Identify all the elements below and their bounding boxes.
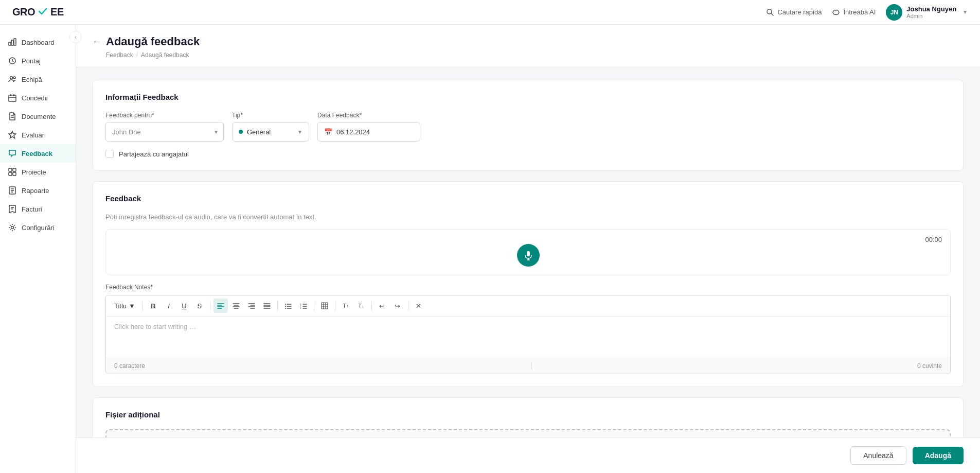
sidebar-item-rapoarte[interactable]: Rapoarte <box>0 181 76 200</box>
field-feedback-pentru: Feedback pentru* John Doe ▼ <box>105 112 224 142</box>
svg-rect-7 <box>9 95 16 101</box>
toolbar-italic-button[interactable]: I <box>162 299 176 313</box>
editor-toolbar: Titlu ▼ B I U S <box>106 295 950 317</box>
toolbar-redo-button[interactable]: ↪ <box>390 299 405 313</box>
toolbar-format-up-button[interactable]: T↑ <box>338 299 353 313</box>
svg-rect-2 <box>11 40 13 45</box>
page-title-row: ← Adaugă feedback <box>93 35 964 48</box>
toolbar-align-center-button[interactable] <box>229 299 243 313</box>
chart-icon <box>8 38 16 46</box>
feedback-pentru-select[interactable]: John Doe <box>105 122 224 142</box>
sidebar: ‹ Dashboard Pontaj <box>0 25 76 473</box>
cancel-button[interactable]: Anulează <box>850 446 906 465</box>
sidebar-item-label: Proiecte <box>22 168 46 176</box>
sidebar-item-label: Feedback <box>22 150 52 157</box>
ai-button[interactable]: Întreabă AI <box>832 8 876 16</box>
sidebar-item-echipa[interactable]: Echipă <box>0 70 76 89</box>
svg-point-19 <box>285 306 286 307</box>
toolbar-bold-button[interactable]: B <box>146 299 161 313</box>
field-data: Dată Feedback* 📅 06.12.2024 <box>317 112 420 142</box>
sidebar-item-label: Echipă <box>22 76 42 83</box>
submit-button[interactable]: Adaugă <box>913 447 964 464</box>
report-icon <box>8 186 16 195</box>
toolbar-format-down-button[interactable]: T↓ <box>354 299 368 313</box>
editor-footer: 0 caractere 0 cuvinte <box>106 358 950 374</box>
sidebar-item-label: Documente <box>22 113 56 120</box>
search-button[interactable]: Căutare rapidă <box>766 8 822 16</box>
toolbar-ordered-list-button[interactable]: 1.2.3. <box>296 299 311 313</box>
sidebar-item-label: Evaluări <box>22 131 46 139</box>
mic-button[interactable] <box>517 244 540 267</box>
page-header: ← Adaugă feedback Feedback / Adaugă feed… <box>76 25 980 67</box>
calendar-small-icon: 📅 <box>324 128 332 136</box>
date-value: 06.12.2024 <box>336 128 370 136</box>
audio-timer: 00:00 <box>925 236 942 243</box>
content-body: Informații Feedback Feedback pentru* Joh… <box>76 67 980 473</box>
toolbar-justify-button[interactable] <box>260 299 274 313</box>
editor-footer-divider <box>531 362 531 370</box>
toolbar-strikethrough-button[interactable]: S <box>192 299 207 313</box>
toolbar-sep-3 <box>277 301 278 310</box>
char-count: 0 caractere <box>114 362 145 370</box>
toolbar-table-button[interactable] <box>317 299 332 313</box>
toolbar-align-right-button[interactable] <box>244 299 259 313</box>
sidebar-item-label: Rapoarte <box>22 187 49 195</box>
field-tip: Tip* General ▼ <box>232 112 309 142</box>
search-label: Căutare rapidă <box>777 8 822 16</box>
notes-label: Feedback Notes* <box>105 284 951 291</box>
sidebar-item-documente[interactable]: Documente <box>0 107 76 126</box>
logo-text: GRO <box>12 6 35 18</box>
avatar: JN <box>886 4 902 21</box>
logo-accent: EE <box>50 6 64 18</box>
date-input[interactable]: 📅 06.12.2024 <box>317 122 420 142</box>
editor-wrapper: Titlu ▼ B I U S <box>105 295 951 374</box>
project-icon <box>8 168 16 176</box>
toolbar-clear-button[interactable]: ✕ <box>412 299 426 313</box>
toolbar-title-button[interactable]: Titlu ▼ <box>110 299 139 313</box>
editor-body[interactable]: Click here to start writing … <box>106 317 950 358</box>
notes-field-wrap: Feedback Notes* Titlu ▼ B I U <box>105 284 951 374</box>
sidebar-item-label: Pontaj <box>22 57 41 65</box>
sidebar-item-dashboard[interactable]: Dashboard <box>0 33 76 51</box>
toolbar-bullet-list-button[interactable] <box>281 299 295 313</box>
star-icon <box>8 131 16 139</box>
svg-text:3.: 3. <box>300 307 301 309</box>
user-menu[interactable]: JN Joshua Nguyen Admin ▼ <box>886 4 968 21</box>
app-logo: GRO EE <box>12 5 64 19</box>
sidebar-item-concedii[interactable]: Concedii <box>0 89 76 107</box>
toolbar-sep-7 <box>408 301 408 310</box>
sidebar-item-configurari[interactable]: Configurări <box>0 218 76 237</box>
invoice-icon <box>8 205 16 213</box>
sidebar-item-facturi[interactable]: Facturi <box>0 200 76 218</box>
sidebar-item-feedback[interactable]: Feedback <box>0 144 76 163</box>
toolbar-underline-button[interactable]: U <box>177 299 191 313</box>
user-name: Joshua Nguyen <box>906 5 956 13</box>
back-button[interactable]: ← <box>93 37 101 46</box>
svg-rect-9 <box>9 168 12 171</box>
sidebar-item-proiecte[interactable]: Proiecte <box>0 163 76 181</box>
svg-marker-8 <box>9 131 16 138</box>
sidebar-item-evaluari[interactable]: Evaluări <box>0 126 76 144</box>
ai-label: Întreabă AI <box>843 8 876 16</box>
svg-rect-10 <box>13 168 16 171</box>
type-select[interactable]: General ▼ <box>232 122 309 142</box>
top-header: GRO EE Căutare rapidă Întreabă AI JN <box>0 0 980 25</box>
toolbar-sep-1 <box>142 301 143 310</box>
toolbar-sep-2 <box>210 301 210 310</box>
team-icon <box>8 75 16 83</box>
audio-recorder: 00:00 <box>105 229 951 275</box>
sidebar-collapse-button[interactable]: ‹ <box>69 31 82 43</box>
svg-point-6 <box>13 77 15 79</box>
calendar-icon <box>8 94 16 102</box>
toolbar-align-left-button[interactable] <box>213 299 228 313</box>
sidebar-item-pontaj[interactable]: Pontaj <box>0 51 76 70</box>
svg-rect-1 <box>9 42 11 45</box>
share-checkbox[interactable] <box>105 150 114 158</box>
user-role: Admin <box>906 13 956 19</box>
editor-placeholder: Click here to start writing … <box>114 323 196 330</box>
svg-rect-12 <box>13 172 16 176</box>
user-info: Joshua Nguyen Admin <box>906 5 956 19</box>
breadcrumb-parent[interactable]: Feedback <box>106 51 133 59</box>
page-title: Adaugă feedback <box>106 35 200 48</box>
toolbar-undo-button[interactable]: ↩ <box>375 299 389 313</box>
